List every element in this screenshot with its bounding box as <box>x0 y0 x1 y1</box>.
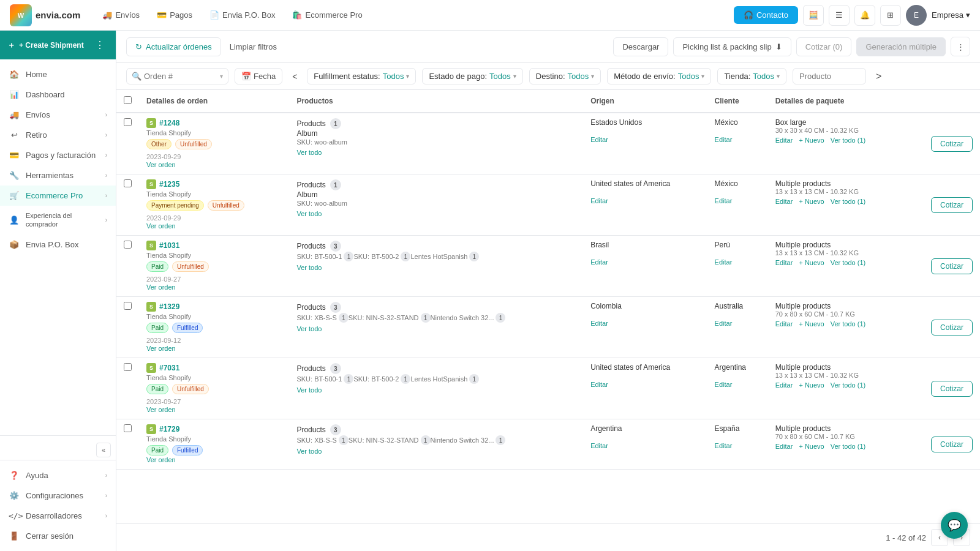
sidebar-item-envios[interactable]: 🚚 Envíos › <box>0 105 116 125</box>
new-package-link[interactable]: + Nuevo <box>799 381 824 389</box>
sidebar-item-pobox[interactable]: 📦 Envia P.O. Box <box>0 234 116 255</box>
new-package-link[interactable]: + Nuevo <box>799 320 824 328</box>
nav-pagos[interactable]: 💳 Pagos <box>149 7 200 23</box>
create-shipment-button[interactable]: ＋ + Create Shipment <box>7 40 91 51</box>
row-checkbox[interactable] <box>124 241 132 249</box>
cotizar-row-button[interactable]: Cotizar <box>931 197 973 213</box>
ver-todo-products-link[interactable]: Ver todo <box>296 325 576 332</box>
search-box[interactable]: 🔍 ▾ <box>126 68 228 84</box>
cotizar-row-button[interactable]: Cotizar <box>931 320 973 335</box>
ver-orden-link[interactable]: Ver orden <box>146 406 176 413</box>
sidebar-item-pagos[interactable]: 💳 Pagos y facturación › <box>0 145 116 165</box>
edit-client-link[interactable]: Editar <box>715 197 733 204</box>
ver-todo-products-link[interactable]: Ver todo <box>296 210 576 217</box>
order-number-link[interactable]: #7031 <box>159 364 179 372</box>
select-all-checkbox[interactable] <box>124 96 132 104</box>
row-checkbox[interactable] <box>124 302 132 310</box>
edit-origin-link[interactable]: Editar <box>590 136 608 143</box>
destino-filter[interactable]: Destino: Todos ▾ <box>529 68 601 84</box>
edit-package-link[interactable]: Editar <box>775 443 793 450</box>
filter-more-button[interactable]: > <box>872 70 885 83</box>
row-checkbox[interactable] <box>124 424 132 432</box>
nav-envios[interactable]: 🚚 Envíos <box>95 7 147 23</box>
date-prev-button[interactable]: < <box>288 70 301 83</box>
sidebar-item-herramientas[interactable]: 🔧 Herramientas › <box>0 165 116 186</box>
sidebar-item-ecommerce[interactable]: 🛒 Ecommerce Pro › <box>0 186 116 206</box>
tienda-filter[interactable]: Tienda: Todos ▾ <box>717 68 786 84</box>
ver-todo-package-link[interactable]: Ver todo (1) <box>831 137 865 144</box>
search-dropdown-arrow[interactable]: ▾ <box>220 73 223 80</box>
ver-todo-products-link[interactable]: Ver todo <box>296 264 576 271</box>
new-package-link[interactable]: + Nuevo <box>799 259 824 266</box>
cotizar-row-button[interactable]: Cotizar <box>931 258 973 274</box>
cotizar-row-button[interactable]: Cotizar <box>931 136 973 152</box>
edit-client-link[interactable]: Editar <box>715 320 733 327</box>
ver-orden-link[interactable]: Ver orden <box>146 283 176 291</box>
order-number-link[interactable]: #1729 <box>159 425 179 433</box>
order-number-link[interactable]: #1248 <box>159 119 179 127</box>
menu-lines-button[interactable]: ☰ <box>829 5 850 26</box>
generar-button[interactable]: Generación múltiple <box>856 37 946 56</box>
edit-client-link[interactable]: Editar <box>715 136 733 143</box>
nav-ecommerce[interactable]: 🛍️ Ecommerce Pro <box>285 7 369 23</box>
new-package-link[interactable]: + Nuevo <box>799 137 824 144</box>
new-package-link[interactable]: + Nuevo <box>799 443 824 450</box>
sidebar-item-dashboard[interactable]: 📊 Dashboard <box>0 84 116 105</box>
ver-todo-package-link[interactable]: Ver todo (1) <box>831 198 865 205</box>
new-package-link[interactable]: + Nuevo <box>799 198 824 205</box>
refresh-button[interactable]: ↻ Actualizar órdenes <box>126 37 221 56</box>
payment-filter[interactable]: Estado de pago: Todos ▾ <box>422 68 522 84</box>
edit-origin-link[interactable]: Editar <box>590 381 608 388</box>
download-button[interactable]: Descargar <box>613 37 668 56</box>
sidebar-item-dev[interactable]: </> Desarrolladores › <box>0 506 116 526</box>
more-options-button[interactable]: ⋮ <box>951 37 970 56</box>
ver-orden-link[interactable]: Ver orden <box>146 456 176 463</box>
empresa-dropdown[interactable]: Empresa ▾ <box>932 10 970 20</box>
metodo-filter[interactable]: Método de envío: Todos ▾ <box>607 68 711 84</box>
ver-todo-products-link[interactable]: Ver todo <box>296 386 576 394</box>
ver-todo-package-link[interactable]: Ver todo (1) <box>831 320 865 328</box>
picking-button[interactable]: Picking list & packing slip ⬇ <box>673 37 791 56</box>
edit-package-link[interactable]: Editar <box>775 198 793 205</box>
calculator-button[interactable]: 🧮 <box>803 5 824 26</box>
nav-pobox[interactable]: 📄 Envia P.O. Box <box>202 7 282 23</box>
ver-orden-link[interactable]: Ver orden <box>146 161 176 168</box>
cotizar-row-button[interactable]: Cotizar <box>931 437 973 452</box>
row-checkbox[interactable] <box>124 363 132 371</box>
cotizar-row-button[interactable]: Cotizar <box>931 381 973 397</box>
cotizar-button[interactable]: Cotizar (0) <box>796 37 852 56</box>
search-input[interactable] <box>144 72 217 81</box>
sidebar-item-ayuda[interactable]: ❓ Ayuda › <box>0 465 116 485</box>
edit-origin-link[interactable]: Editar <box>590 197 608 204</box>
sidebar-item-retiro[interactable]: ↩ Retiro › <box>0 125 116 145</box>
edit-origin-link[interactable]: Editar <box>590 258 608 266</box>
edit-client-link[interactable]: Editar <box>715 258 733 266</box>
ver-orden-link[interactable]: Ver orden <box>146 345 176 352</box>
sidebar-item-config[interactable]: ⚙️ Configuraciones › <box>0 485 116 506</box>
ver-todo-package-link[interactable]: Ver todo (1) <box>831 381 865 389</box>
edit-origin-link[interactable]: Editar <box>590 320 608 327</box>
edit-client-link[interactable]: Editar <box>715 381 733 388</box>
avatar[interactable]: E <box>906 5 927 26</box>
sidebar-collapse-button[interactable]: « <box>96 443 111 457</box>
edit-package-link[interactable]: Editar <box>775 137 793 144</box>
ver-todo-products-link[interactable]: Ver todo <box>296 448 576 455</box>
sidebar-item-logout[interactable]: 🚪 Cerrar sesión <box>0 526 116 546</box>
edit-client-link[interactable]: Editar <box>715 442 733 449</box>
create-shipment-more[interactable]: ⋮ <box>91 38 108 52</box>
order-number-link[interactable]: #1031 <box>159 241 179 250</box>
ver-orden-link[interactable]: Ver orden <box>146 222 176 230</box>
date-filter[interactable]: 📅 Fecha <box>235 68 282 84</box>
order-number-link[interactable]: #1235 <box>159 180 179 189</box>
sidebar-item-experiencia[interactable]: 👤 Experiencia del comprador › <box>0 206 116 234</box>
edit-package-link[interactable]: Editar <box>775 320 793 328</box>
product-filter-input[interactable] <box>793 68 866 84</box>
ver-todo-package-link[interactable]: Ver todo (1) <box>831 259 865 266</box>
grid-button[interactable]: ⊞ <box>880 5 901 26</box>
ver-todo-package-link[interactable]: Ver todo (1) <box>831 443 865 450</box>
edit-package-link[interactable]: Editar <box>775 259 793 266</box>
fulfillment-filter[interactable]: Fulfillment estatus: Todos ▾ <box>307 68 416 84</box>
sidebar-item-home[interactable]: 🏠 Home <box>0 64 116 84</box>
logo[interactable]: W envia.com <box>10 4 80 26</box>
row-checkbox[interactable] <box>124 179 132 187</box>
